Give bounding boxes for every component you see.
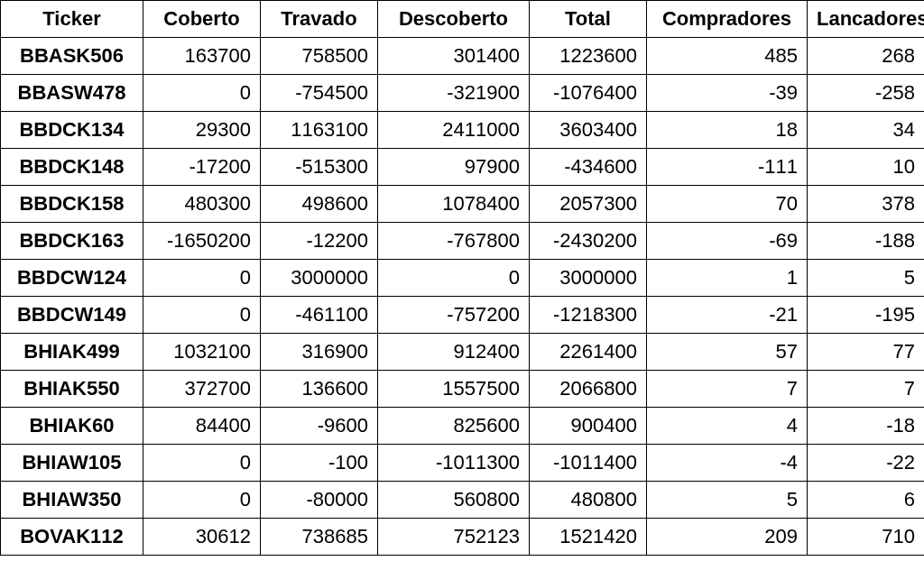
cell-compradores: 57 <box>647 334 808 371</box>
cell-lancadores: -22 <box>808 445 925 482</box>
cell-coberto: -17200 <box>143 149 261 186</box>
table-row: BHIAW3500-8000056080048080056 <box>1 482 925 519</box>
cell-descoberto: -1011300 <box>378 445 530 482</box>
cell-compradores: -4 <box>647 445 808 482</box>
cell-travado: -100 <box>261 445 378 482</box>
table-body: BBASK5061637007585003014001223600485268B… <box>1 38 925 556</box>
header-compradores: Compradores <box>647 1 808 38</box>
cell-total: 2057300 <box>530 186 647 223</box>
cell-travado: -12200 <box>261 223 378 260</box>
cell-descoberto: 97900 <box>378 149 530 186</box>
table-row: BHIAK6084400-96008256009004004-18 <box>1 408 925 445</box>
cell-coberto: 0 <box>143 482 261 519</box>
cell-total: 3000000 <box>530 260 647 297</box>
cell-travado: -80000 <box>261 482 378 519</box>
cell-travado: 316900 <box>261 334 378 371</box>
cell-total: 480800 <box>530 482 647 519</box>
cell-total: -1076400 <box>530 75 647 112</box>
cell-lancadores: 34 <box>808 112 925 149</box>
cell-coberto: 163700 <box>143 38 261 75</box>
table-row: BBDCW1490-461100-757200-1218300-21-195 <box>1 297 925 334</box>
cell-coberto: 29300 <box>143 112 261 149</box>
cell-travado: 1163100 <box>261 112 378 149</box>
cell-total: 2261400 <box>530 334 647 371</box>
cell-descoberto: -767800 <box>378 223 530 260</box>
cell-compradores: 7 <box>647 371 808 408</box>
cell-ticker: BBDCK134 <box>1 112 143 149</box>
cell-coberto: 0 <box>143 75 261 112</box>
cell-lancadores: -188 <box>808 223 925 260</box>
cell-compradores: 209 <box>647 519 808 556</box>
cell-lancadores: 7 <box>808 371 925 408</box>
table-row: BHIAW1050-100-1011300-1011400-4-22 <box>1 445 925 482</box>
cell-lancadores: 710 <box>808 519 925 556</box>
cell-ticker: BBDCW149 <box>1 297 143 334</box>
cell-ticker: BBDCK148 <box>1 149 143 186</box>
cell-ticker: BBDCK163 <box>1 223 143 260</box>
cell-descoberto: 912400 <box>378 334 530 371</box>
cell-coberto: 0 <box>143 297 261 334</box>
cell-travado: 498600 <box>261 186 378 223</box>
header-lancadores: Lancadores <box>808 1 925 38</box>
table-row: BHIAK5503727001366001557500206680077 <box>1 371 925 408</box>
cell-travado: -515300 <box>261 149 378 186</box>
cell-total: 3603400 <box>530 112 647 149</box>
options-summary-table: Ticker Coberto Travado Descoberto Total … <box>0 0 924 556</box>
cell-lancadores: 5 <box>808 260 925 297</box>
cell-total: 1223600 <box>530 38 647 75</box>
cell-total: 900400 <box>530 408 647 445</box>
cell-coberto: 30612 <box>143 519 261 556</box>
header-total: Total <box>530 1 647 38</box>
table-header-row: Ticker Coberto Travado Descoberto Total … <box>1 1 925 38</box>
table-row: BHIAK499103210031690091240022614005777 <box>1 334 925 371</box>
cell-lancadores: 6 <box>808 482 925 519</box>
cell-compradores: -39 <box>647 75 808 112</box>
cell-total: -1218300 <box>530 297 647 334</box>
table-row: BBDCK163-1650200-12200-767800-2430200-69… <box>1 223 925 260</box>
cell-compradores: 18 <box>647 112 808 149</box>
cell-ticker: BHIAW105 <box>1 445 143 482</box>
cell-coberto: 0 <box>143 445 261 482</box>
cell-total: 1521420 <box>530 519 647 556</box>
header-descoberto: Descoberto <box>378 1 530 38</box>
cell-compradores: 5 <box>647 482 808 519</box>
table-row: BBDCK148-17200-51530097900-434600-11110 <box>1 149 925 186</box>
cell-compradores: -21 <box>647 297 808 334</box>
cell-travado: 758500 <box>261 38 378 75</box>
cell-descoberto: 0 <box>378 260 530 297</box>
cell-lancadores: -195 <box>808 297 925 334</box>
header-ticker: Ticker <box>1 1 143 38</box>
table-row: BBDCK134293001163100241100036034001834 <box>1 112 925 149</box>
header-coberto: Coberto <box>143 1 261 38</box>
cell-travado: 738685 <box>261 519 378 556</box>
cell-compradores: 1 <box>647 260 808 297</box>
table-row: BBASK5061637007585003014001223600485268 <box>1 38 925 75</box>
cell-descoberto: 1078400 <box>378 186 530 223</box>
cell-descoberto: 301400 <box>378 38 530 75</box>
cell-total: -434600 <box>530 149 647 186</box>
cell-compradores: -111 <box>647 149 808 186</box>
cell-ticker: BHIAK60 <box>1 408 143 445</box>
table-row: BOVAK112306127386857521231521420209710 <box>1 519 925 556</box>
cell-ticker: BBDCK158 <box>1 186 143 223</box>
cell-ticker: BHIAW350 <box>1 482 143 519</box>
cell-travado: -461100 <box>261 297 378 334</box>
cell-compradores: 70 <box>647 186 808 223</box>
cell-descoberto: 2411000 <box>378 112 530 149</box>
cell-compradores: 485 <box>647 38 808 75</box>
cell-total: -1011400 <box>530 445 647 482</box>
cell-coberto: 372700 <box>143 371 261 408</box>
table-row: BBDCK1584803004986001078400205730070378 <box>1 186 925 223</box>
cell-ticker: BBDCW124 <box>1 260 143 297</box>
cell-lancadores: 378 <box>808 186 925 223</box>
cell-compradores: 4 <box>647 408 808 445</box>
cell-lancadores: -18 <box>808 408 925 445</box>
cell-descoberto: -757200 <box>378 297 530 334</box>
cell-lancadores: 10 <box>808 149 925 186</box>
cell-coberto: 84400 <box>143 408 261 445</box>
cell-coberto: -1650200 <box>143 223 261 260</box>
table-row: BBDCW124030000000300000015 <box>1 260 925 297</box>
cell-coberto: 0 <box>143 260 261 297</box>
cell-descoberto: -321900 <box>378 75 530 112</box>
header-travado: Travado <box>261 1 378 38</box>
